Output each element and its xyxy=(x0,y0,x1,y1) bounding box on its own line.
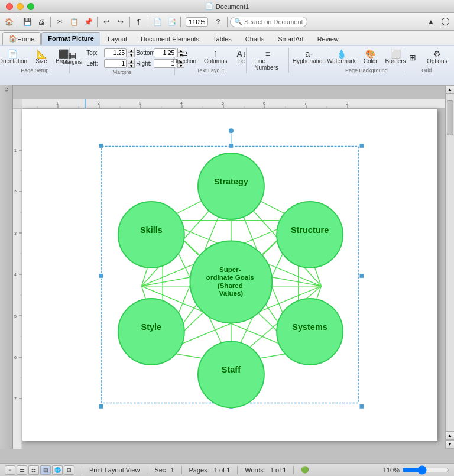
right-label: Right: xyxy=(136,60,153,67)
document-icon: 📄 xyxy=(205,2,213,10)
tab-review[interactable]: Review xyxy=(311,32,345,45)
options-btn[interactable]: ⚙ Options xyxy=(424,48,450,66)
top-step-up[interactable]: ▲ xyxy=(128,48,135,53)
scroll-prev-page[interactable]: ▲ xyxy=(446,431,455,440)
search-box[interactable]: 🔍 xyxy=(230,17,307,27)
zoom-display: 110% xyxy=(186,17,208,27)
paste-btn[interactable]: 📌 xyxy=(82,15,95,28)
fullscreen-btn[interactable]: ⛶ xyxy=(439,15,452,28)
cut-btn[interactable]: ✂ xyxy=(53,15,66,28)
tab-home[interactable]: 🏠 Home xyxy=(2,32,41,45)
svg-text:6: 6 xyxy=(14,355,17,360)
tab-tables[interactable]: Tables xyxy=(206,32,238,45)
handle-br[interactable] xyxy=(359,404,364,409)
direction-btn[interactable]: ⇄ Direction xyxy=(170,48,199,66)
home-btn[interactable]: 🏠 xyxy=(2,15,15,28)
minimize-button[interactable] xyxy=(17,3,24,10)
margins-label: Margins xyxy=(63,59,82,65)
grid-btn[interactable]: ⊞ xyxy=(403,51,422,63)
ruler-corner xyxy=(13,99,22,109)
page-view2-btn[interactable]: 📑 xyxy=(165,15,178,28)
list-view-btn[interactable]: ≡ xyxy=(5,465,15,475)
collapse-btn[interactable]: ▲ xyxy=(424,15,437,28)
handle-bl[interactable] xyxy=(99,404,103,409)
scroll-next-page[interactable]: ▼ xyxy=(446,440,455,449)
svg-text:Staff: Staff xyxy=(222,365,241,374)
left-margin-input[interactable] xyxy=(104,59,127,68)
top-step-down[interactable]: ▼ xyxy=(128,53,135,57)
svg-text:1: 1 xyxy=(56,101,59,105)
orientation-btn[interactable]: 📄 Orientation xyxy=(0,48,30,66)
window-title: 📄 Document1 xyxy=(205,2,249,10)
save-btn[interactable]: 💾 xyxy=(21,15,34,28)
svg-text:8: 8 xyxy=(346,101,348,105)
rotation-handle[interactable] xyxy=(228,128,234,134)
sep4 xyxy=(129,17,130,27)
ruler-v-svg: 1 2 3 4 5 6 7 xyxy=(13,109,22,449)
diagram-svg[interactable]: Strategy Structure Systems Staff Style S… xyxy=(34,121,426,429)
redo-btn[interactable]: ↪ xyxy=(114,15,127,28)
group-text-layout: ⇄ Direction ⫿ Columns A↓ bc Text Layout xyxy=(180,48,247,73)
size-btn[interactable]: 📐 Size xyxy=(32,48,51,66)
copy-btn[interactable]: 📋 xyxy=(67,15,80,28)
section-value: 1 xyxy=(170,467,174,474)
sep3 xyxy=(97,17,98,27)
handle-mr[interactable] xyxy=(359,274,364,279)
watermark-btn[interactable]: 💧 Watermark xyxy=(324,48,359,66)
search-input[interactable] xyxy=(244,18,303,25)
scroll-thumb[interactable] xyxy=(447,100,453,135)
sidebar-icon: ↺ xyxy=(4,86,9,93)
draft-view-btn[interactable]: ☷ xyxy=(28,465,39,475)
bc-btn[interactable]: A↓ bc xyxy=(232,48,251,66)
svg-rect-25 xyxy=(85,99,86,109)
tab-format-picture[interactable]: Format Picture xyxy=(41,32,100,45)
svg-text:5: 5 xyxy=(14,314,17,318)
zoom-range-input[interactable] xyxy=(402,465,449,475)
tab-charts[interactable]: Charts xyxy=(239,32,271,45)
sep2 xyxy=(50,17,51,27)
scroll-track[interactable] xyxy=(446,94,454,431)
left-step-up[interactable]: ▲ xyxy=(128,59,135,63)
handle-ml[interactable] xyxy=(99,274,103,279)
outline-view-btn[interactable]: ☰ xyxy=(17,465,27,475)
maximize-button[interactable] xyxy=(27,3,34,10)
svg-text:7: 7 xyxy=(304,101,307,105)
handle-tr[interactable] xyxy=(359,144,364,148)
ruler-h-svg: 1 2 3 4 5 6 7 8 xyxy=(22,99,445,109)
zoom-slider[interactable]: 110% xyxy=(383,465,449,475)
zoom-help-btn[interactable]: ? xyxy=(212,15,225,28)
handle-tl[interactable] xyxy=(99,144,103,148)
scrollbar-right[interactable]: ▲ ▲ ▼ xyxy=(445,85,454,449)
hyphenation-btn[interactable]: a- Hyphenation xyxy=(290,48,329,66)
tab-layout[interactable]: Layout xyxy=(101,32,134,45)
columns-btn[interactable]: ⫿ Columns xyxy=(201,48,230,66)
scroll-up-arrow[interactable]: ▲ xyxy=(446,85,455,94)
svg-text:5: 5 xyxy=(222,101,224,105)
search-icon: 🔍 xyxy=(234,18,242,25)
line-numbers-btn[interactable]: ≡ Line Numbers xyxy=(251,48,284,73)
section-label: Sec xyxy=(154,467,166,474)
color-btn[interactable]: 🎨 Color xyxy=(361,48,381,66)
print-btn[interactable]: 🖨 xyxy=(35,15,48,28)
tab-smartart[interactable]: SmartArt xyxy=(271,32,310,45)
web-view-btn[interactable]: 🌐 xyxy=(52,465,63,475)
close-button[interactable] xyxy=(6,3,13,10)
left-step-down[interactable]: ▼ xyxy=(128,63,135,68)
status-sep2 xyxy=(147,466,147,474)
page-view-btn[interactable]: 📄 xyxy=(151,15,164,28)
pages-value: 1 of 1 xyxy=(214,467,231,474)
page-background-controls: 💧 Watermark 🎨 Color ⬜ Borders xyxy=(324,48,408,66)
zoom-input[interactable]: 110% xyxy=(186,17,208,27)
handle-tm[interactable] xyxy=(229,144,234,148)
paragraph-btn[interactable]: ¶ xyxy=(132,15,145,28)
focus-view-btn[interactable]: ⊡ xyxy=(64,465,74,475)
undo-btn[interactable]: ↩ xyxy=(100,15,113,28)
status-sep3 xyxy=(181,466,182,474)
tab-document-elements[interactable]: Document Elements xyxy=(134,32,206,45)
view-label: Print Layout View xyxy=(89,467,140,474)
toolbar: 🏠 💾 🖨 ✂ 📋 📌 ↩ ↪ ¶ 📄 📑 110% ? 🔍 ▲ ⛶ xyxy=(0,13,454,31)
margins-icon-btn[interactable]: ▦ Margins xyxy=(60,49,85,67)
print-view-btn[interactable]: ▤ xyxy=(40,465,51,475)
top-margin-input[interactable] xyxy=(104,48,127,57)
svg-text:Structure: Structure xyxy=(291,225,329,235)
